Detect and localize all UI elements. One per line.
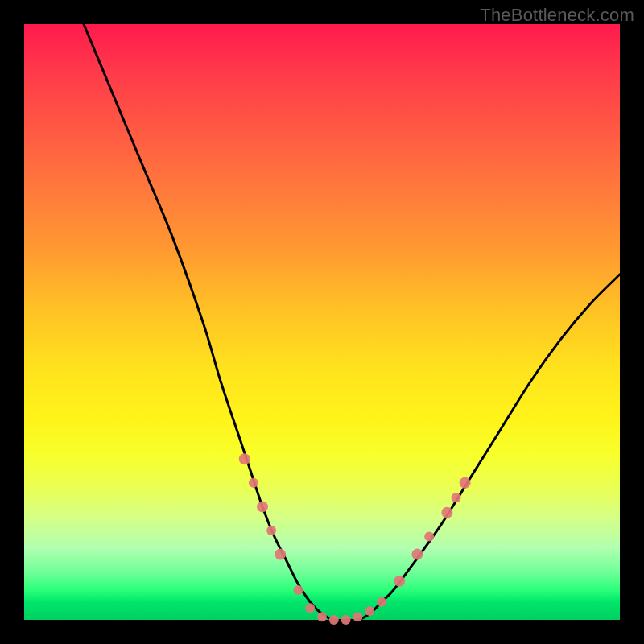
data-marker <box>394 576 405 587</box>
data-marker <box>249 478 258 488</box>
data-marker <box>257 501 268 512</box>
data-marker <box>329 615 339 625</box>
data-marker <box>460 477 471 489</box>
data-marker <box>353 612 362 621</box>
data-marker <box>424 531 434 541</box>
chart-svg <box>24 24 620 620</box>
data-marker <box>377 597 386 607</box>
data-marker <box>275 549 286 560</box>
plot-area <box>24 24 620 620</box>
data-marker <box>411 549 423 560</box>
markers-group <box>239 453 471 625</box>
data-marker <box>239 453 250 464</box>
data-marker <box>341 615 351 625</box>
data-marker <box>305 603 315 613</box>
data-marker <box>317 612 327 621</box>
curve-path <box>84 24 620 621</box>
data-marker <box>365 606 374 616</box>
data-marker <box>452 493 461 502</box>
chart-frame: TheBottleneck.com <box>0 0 644 644</box>
data-marker <box>293 585 303 595</box>
data-marker <box>266 526 276 535</box>
data-marker <box>441 507 452 518</box>
watermark-text: TheBottleneck.com <box>480 5 634 26</box>
